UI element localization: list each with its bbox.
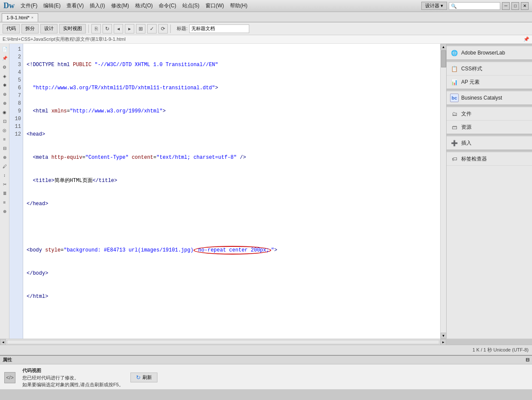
menu-insert[interactable]: 插入(I) — [87, 1, 107, 10]
search-input[interactable] — [449, 2, 500, 10]
live-view-button[interactable]: 实时视图 — [59, 24, 86, 33]
navigate-back-icon[interactable]: ◂ — [114, 24, 123, 33]
scroll-right-button[interactable]: ▸ — [440, 339, 446, 345]
ap-icon: 📊 — [450, 78, 459, 86]
menu-file[interactable]: 文件(F) — [18, 1, 40, 10]
close-button[interactable]: ✕ — [521, 2, 529, 10]
lt-btn-11[interactable]: ≡ — [0, 135, 9, 143]
line-num-10: 10 — [9, 115, 23, 123]
menu-bar: 文件(F) 编辑(E) 查看(V) 插入(I) 修改(M) 格式(O) 命令(C… — [18, 1, 250, 10]
code-line-12 — [27, 316, 443, 324]
lt-btn-12[interactable]: ⊟ — [0, 144, 9, 152]
code-content[interactable]: <!DOCTYPE html PUBLIC "-//W3C//DTD XHTML… — [23, 44, 446, 339]
menu-modify[interactable]: 修改(M) — [109, 1, 132, 10]
line-num-8: 8 — [9, 100, 23, 107]
menu-help[interactable]: 帮助(H) — [227, 1, 250, 10]
bc-icon: bc — [450, 94, 459, 102]
lt-btn-15[interactable]: ↕ — [0, 171, 9, 179]
lt-btn-7[interactable]: ⊕ — [0, 99, 9, 107]
design-view-button[interactable]: 设计 — [40, 24, 57, 33]
code-line-11: </html> — [27, 293, 443, 300]
code-line-7: </head> — [27, 200, 443, 208]
rp-css[interactable]: 📋 CSS样式 — [447, 62, 532, 76]
vertical-scrollbar[interactable]: ▲ ▼ — [440, 44, 446, 339]
minimize-button[interactable]: ─ — [502, 2, 510, 10]
rp-resources[interactable]: 🗃 资源 — [447, 121, 532, 134]
lt-btn-14[interactable]: 🖊 — [0, 162, 9, 170]
tags-label: 标签检查器 — [461, 155, 487, 163]
files-icon: 🗂 — [450, 109, 459, 118]
line-numbers: 1 2 3 4 5 6 7 8 9 10 11 12 — [9, 44, 23, 339]
filepath-bar: E:\Html+CSS+JavaScript实用教程\源文件\第1章\1-9-1… — [0, 35, 532, 44]
lt-btn-2[interactable]: 📌 — [0, 54, 9, 62]
bc-label: Business Catalyst — [461, 95, 502, 101]
status-text: 1 K / 1 秒 Unicode (UTF-8) — [472, 347, 529, 353]
browserlabs-icon: 🌐 — [450, 48, 459, 57]
designer-button[interactable]: 设计器 ▾ — [421, 2, 447, 10]
code-view-button[interactable]: 代码 — [3, 24, 20, 33]
scroll-left-button[interactable]: ◂ — [0, 339, 6, 345]
status-bar: 1 K / 1 秒 Unicode (UTF-8) — [0, 345, 532, 355]
refresh-label: 刷新 — [142, 374, 152, 381]
file-tab[interactable]: 1-9-1.html* × — [2, 13, 38, 22]
refresh-button[interactable]: ↻ 刷新 — [130, 373, 157, 382]
navigate-fwd-icon[interactable]: ▸ — [125, 24, 134, 33]
lt-btn-8[interactable]: ◉ — [0, 108, 9, 116]
rp-ap[interactable]: 📊 AP 元素 — [447, 76, 532, 89]
check-icon[interactable]: ✓ — [147, 24, 157, 33]
props-title: 属性 — [3, 357, 12, 363]
lt-btn-1[interactable]: 📄 — [0, 45, 9, 53]
lt-btn-19[interactable]: ⊕ — [0, 207, 9, 215]
scroll-down-button[interactable]: ▼ — [441, 333, 447, 339]
copy-icon[interactable]: ⎘ — [91, 24, 101, 33]
tags-icon: 🏷 — [450, 155, 459, 163]
menu-command[interactable]: 命令(C) — [156, 1, 179, 10]
lt-btn-6[interactable]: ⊛ — [0, 90, 9, 98]
props-message-1: 您已经对代码进行了修改。 — [22, 374, 124, 382]
props-expand-icon[interactable]: ⊟ — [526, 357, 529, 363]
props-titlebar: 属性 ⊟ — [0, 356, 532, 364]
lt-btn-3[interactable]: ⚙ — [0, 63, 9, 71]
filepath-text: E:\Html+CSS+JavaScript实用教程\源文件\第1章\1-9-1… — [3, 36, 126, 42]
title-input[interactable] — [189, 24, 249, 33]
menu-format[interactable]: 格式(O) — [133, 1, 155, 10]
menu-view[interactable]: 查看(V) — [64, 1, 86, 10]
refresh-icon: ↻ — [136, 374, 141, 381]
scroll-thumb[interactable] — [441, 50, 446, 67]
tab-close-button[interactable]: × — [31, 15, 33, 20]
code-line-4: <head> — [27, 130, 443, 138]
rp-browserlabs[interactable]: 🌐 Adobe BrowserLab — [447, 46, 532, 60]
code-editor[interactable]: 1 2 3 4 5 6 7 8 9 10 11 12 <!DOCTYPE htm… — [9, 44, 446, 339]
menu-site[interactable]: 站点(S) — [180, 1, 202, 10]
code-line-2: "http://www.w3.org/TR/xhtml11/DTD/xhtml1… — [27, 84, 443, 92]
code-line-10: </body> — [27, 270, 443, 277]
line-num-7: 7 — [9, 92, 23, 100]
lt-btn-5[interactable]: ✱ — [0, 81, 9, 89]
lt-btn-16[interactable]: ✂ — [0, 180, 9, 188]
props-message-2: 如果要编辑选定对象的属性,请点击刷新或按F5。 — [22, 381, 124, 388]
props-content: </> 代码视图 您已经对代码进行了修改。 如果要编辑选定对象的属性,请点击刷新… — [0, 364, 532, 389]
toolbar-separator-1 — [88, 24, 89, 33]
horizontal-scrollbar[interactable]: ◂ ▸ — [0, 339, 446, 345]
files-label: 文件 — [461, 110, 472, 118]
menu-edit[interactable]: 编辑(E) — [41, 1, 63, 10]
lt-btn-9[interactable]: ⊡ — [0, 117, 9, 125]
grid-icon[interactable]: ⊞ — [136, 24, 145, 33]
rp-files[interactable]: 🗂 文件 — [447, 107, 532, 121]
lt-btn-13[interactable]: ⊕ — [0, 153, 9, 161]
maximize-button[interactable]: □ — [511, 2, 519, 10]
lt-btn-18[interactable]: ≡ — [0, 198, 9, 206]
refresh2-icon[interactable]: ⟳ — [158, 24, 168, 33]
scroll-up-button[interactable]: ▲ — [441, 44, 447, 50]
lt-btn-10[interactable]: ◎ — [0, 126, 9, 134]
rp-bc[interactable]: bc Business Catalyst — [447, 91, 532, 105]
rp-insert[interactable]: ➕ 插入 — [447, 136, 532, 150]
line-num-2: 2 — [9, 53, 23, 61]
refresh-code-icon[interactable]: ↻ — [103, 24, 112, 33]
rp-tags[interactable]: 🏷 标签检查器 — [447, 152, 532, 166]
split-view-button[interactable]: 拆分 — [21, 24, 39, 33]
lt-btn-17[interactable]: ≣ — [0, 189, 9, 197]
menu-window[interactable]: 窗口(W) — [203, 1, 227, 10]
lt-btn-4[interactable]: ◈ — [0, 72, 9, 80]
toolbar-separator-2 — [170, 24, 171, 33]
